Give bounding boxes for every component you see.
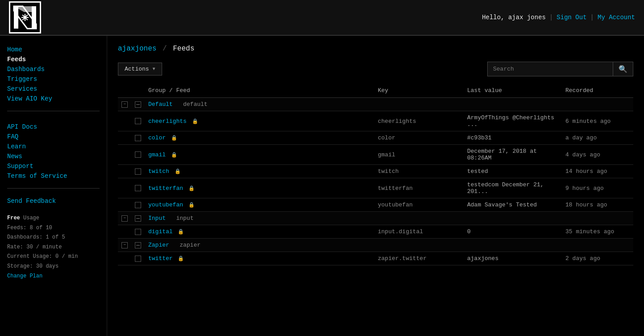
breadcrumb-username[interactable]: ajaxjones [118,45,156,53]
feed-recorded: a day ago [565,134,597,141]
actions-button[interactable]: Actions ▼ [118,63,162,76]
search-input[interactable] [488,63,613,75]
sidebar-item-support[interactable]: Support [7,161,100,171]
breadcrumb-page: Feeds [173,45,194,53]
group-name-link[interactable]: Zapier [148,242,169,248]
feed-key: zapier.twitter [378,255,427,262]
feed-key: color [378,134,395,141]
sidebar-item-services[interactable]: Services [7,84,100,94]
collapse-button[interactable]: − [121,101,128,108]
feed-checkbox[interactable] [135,135,141,141]
usage-current: Current Usage: 0 / min [7,252,100,262]
sidebar-item-terms[interactable]: Terms of Service [7,171,100,181]
group-name-link[interactable]: Default [148,101,173,108]
feed-name-link[interactable]: digital [148,228,173,235]
feed-key: twitterfan [378,185,413,192]
sidebar-item-dashboards[interactable]: Dashboards [7,64,100,74]
feed-recorded: 6 minutes ago [565,118,611,125]
sidebar-item-api-docs[interactable]: API Docs [7,122,100,132]
feed-name-link[interactable]: twitter [148,255,173,262]
sidebar-item-faq[interactable]: FAQ [7,132,100,142]
header-user-area: Hello, ajax jones | Sign Out | My Accoun… [482,14,635,21]
sidebar-resources: API Docs FAQ Learn News Support Terms of… [7,122,100,181]
feed-recorded: 2 days ago [565,255,600,262]
table-row: color 🔒 color #c93b31 a day ago [118,131,633,145]
table-row: gmail 🔒 gmail December 17, 2018 at 08:26… [118,145,633,165]
feed-checkbox[interactable] [135,151,141,158]
usage-storage: Storage: 30 days [7,262,100,272]
th-recorded: Recorded [562,84,633,98]
feed-last-value: December 17, 2018 at 08:26AM [467,148,537,161]
search-container: 🔍 [487,62,633,76]
sidebar-item-view-aio-key[interactable]: View AIO Key [7,94,100,104]
feed-last-value: ArmyOfThings @Cheerlights ... [467,114,554,128]
sidebar-item-learn[interactable]: Learn [7,142,100,151]
th-key: Key [374,84,464,98]
sign-out-link[interactable]: Sign Out [556,14,586,21]
group-name-link[interactable]: Input [148,215,166,222]
feed-name-link[interactable]: cheerlights [148,118,187,125]
sidebar-item-feeds: Feeds [7,55,100,64]
feed-recorded: 35 minutes ago [565,228,614,235]
feed-last-value: 0 [467,228,471,235]
feed-checkbox[interactable] [135,256,141,262]
collapse-button[interactable]: − [121,242,128,248]
sidebar-item-home[interactable]: Home [7,45,100,55]
feed-name-link[interactable]: gmail [148,151,166,158]
feed-checkbox[interactable] [135,185,141,191]
feed-key: cheerlights [378,118,416,125]
feeds-table: Group / Feed Key Last value Recorded − D… [118,84,633,265]
lock-icon: 🔒 [175,169,181,174]
th-group-feed: Group / Feed [145,84,374,98]
feed-key: twitch [378,168,399,175]
my-account-link[interactable]: My Account [598,14,635,21]
feed-key: gmail [378,151,395,158]
group-checkbox[interactable] [135,215,141,222]
table-row: digital 🔒 input.digital 0 35 minutes ago [118,225,633,239]
feed-last-value: #c93b31 [467,134,492,141]
feed-key: youtubefan [378,202,413,208]
change-plan-link[interactable]: Change Plan [7,273,42,279]
usage-rate: Rate: 30 / minute [7,243,100,252]
feed-recorded: 14 hours ago [565,168,607,175]
usage-section: Free Usage Feeds: 8 of 10 Dashboards: 1 … [7,214,100,281]
feed-key: input.digital [378,228,423,235]
table-row: twitterfan 🔒 twitterfan testedcom Decemb… [118,178,633,198]
th-collapse [118,84,131,98]
table-row: twitter 🔒 zapier.twitter ajaxjones 2 day… [118,252,633,265]
main-content: ajaxjones / Feeds Actions ▼ 🔍 Group / [107,36,644,336]
feed-checkbox[interactable] [135,168,141,175]
feed-name-link[interactable]: color [148,134,166,141]
feed-checkbox[interactable] [135,202,141,208]
group-key: default [183,101,208,108]
feed-name-link[interactable]: twitterfan [148,185,183,192]
feed-last-value: ajaxjones [467,255,498,262]
toolbar: Actions ▼ 🔍 [118,62,633,76]
actions-label: Actions [125,66,149,72]
layout: Home Feeds Dashboards Triggers Services … [0,36,644,336]
send-feedback-link[interactable]: Send Feedback [7,197,100,205]
table-row: − Input input [118,212,633,225]
sidebar-item-news[interactable]: News [7,151,100,161]
usage-feeds: Feeds: 8 of 10 [7,223,100,233]
feed-checkbox[interactable] [135,229,141,235]
feed-name-link[interactable]: youtubefan [148,202,183,208]
sidebar-divider-2 [7,188,100,189]
feed-name-link[interactable]: twitch [148,168,169,175]
sidebar-item-triggers[interactable]: Triggers [7,74,100,84]
feed-recorded: 9 hours ago [565,185,604,192]
table-row: cheerlights 🔒 cheerlights ArmyOfThings @… [118,111,633,131]
breadcrumb: ajaxjones / Feeds [118,45,633,53]
lock-icon: 🔒 [171,135,177,141]
group-checkbox[interactable] [135,101,141,108]
feed-last-value: tested [467,168,488,175]
search-button[interactable]: 🔍 [613,62,633,76]
sidebar-divider [7,111,100,111]
lock-icon: 🔒 [178,229,184,235]
th-last-value: Last value [464,84,562,98]
logo[interactable] [9,1,41,34]
feed-last-value: Adam Savage's Tested [467,202,537,208]
group-checkbox[interactable] [135,242,141,248]
feed-checkbox[interactable] [135,118,141,124]
collapse-button[interactable]: − [121,215,128,222]
